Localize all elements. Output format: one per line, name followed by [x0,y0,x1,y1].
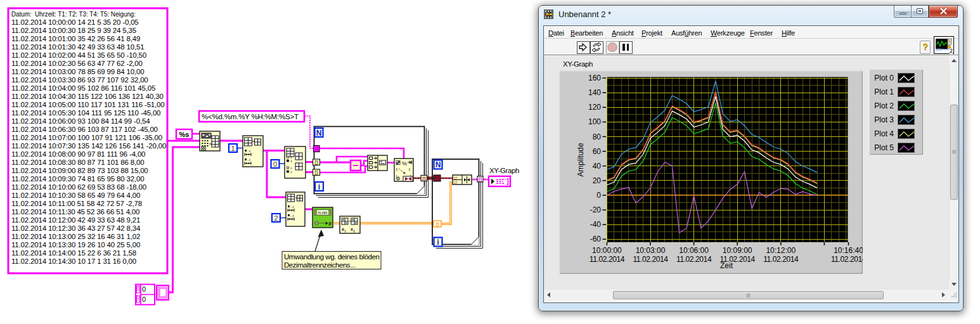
svg-text:11.02.2014 10:03:00 78 85 69 9: 11.02.2014 10:03:00 78 85 69 99 84 10,00 [11,68,144,75]
svg-text:XY-Graph: XY-Graph [489,167,519,174]
svg-text:11.02.2014 10:13:30 19 26 10 4: 11.02.2014 10:13:30 19 26 10 40 25 5,00 [11,241,140,249]
svg-text:Datum: Uhrzeit: T1: T2: T3: T: Datum: Uhrzeit: T1: T2: T3: T4: T5: Neig… [11,10,136,18]
svg-text:..t: ..t [247,158,250,162]
svg-text:11.02.2014 10:13:00 25 32 16 4: 11.02.2014 10:13:00 25 32 16 46 31 1,02 [11,233,140,240]
svg-text:-20: -20 [590,205,602,214]
svg-text:11.02.2014 10:07:30 135 142 12: 11.02.2014 10:07:30 135 142 126 156 141 … [11,142,166,150]
svg-text:11.02.2014 10:00:00 14 21 5 35: 11.02.2014 10:00:00 14 21 5 35 20 -0,05 [11,18,139,26]
svg-text:x: x [342,227,344,231]
svg-text:120: 120 [588,103,601,112]
svg-text:Umwandlung wg. deines blöden: Umwandlung wg. deines blöden [284,253,379,261]
svg-text:11.02.2014 10:12:00 42 49 33 6: 11.02.2014 10:12:00 42 49 33 63 48 9,21 [11,216,140,224]
svg-text:i: i [318,183,320,191]
svg-text:11.02.2014 10:08:30 80 87 71 1: 11.02.2014 10:08:30 80 87 71 101 86 8,00 [11,159,144,166]
svg-text:11.02.2014 10:00:30 18 25 9 39: 11.02.2014 10:00:30 18 25 9 39 24 5,35 [11,27,136,34]
svg-text:140: 140 [588,88,601,97]
svg-text:11.02.2014 10:02:30 56 63 47 7: 11.02.2014 10:02:30 56 63 47 77 62 -2,00 [11,60,143,67]
svg-text:11.02.2014 10:02:00 44 51 35 6: 11.02.2014 10:02:00 44 51 35 65 50 -10,5… [11,51,146,59]
svg-text:%<%d.%m.%Y %H:%M:%S>T: %<%d.%m.%Y %H:%M:%S>T [202,113,299,120]
svg-text:x: x [351,227,353,231]
svg-text:-60: -60 [590,235,602,243]
svg-text:11.02.2014 10:11:00 51 58 42 7: 11.02.2014 10:11:00 51 58 42 72 57 -2,78 [11,200,142,207]
svg-text:160: 160 [588,74,601,82]
svg-text:11.02.2014 10:14:00 15 22 6 36: 11.02.2014 10:14:00 15 22 6 36 21 1,58 [11,249,136,257]
svg-text:10:09:00: 10:09:00 [723,246,752,255]
svg-text:[]: [] [315,159,318,165]
svg-text:11.02.2014 10:06:00 93 100 84: 11.02.2014 10:06:00 93 100 84 114 99 -0,… [11,117,150,125]
svg-text:20: 20 [593,176,602,185]
svg-text:11.02.2014 10:08:00 90 97 81 1: 11.02.2014 10:08:00 90 97 81 111 96 -4,0… [11,150,145,158]
svg-text:Zeit: Zeit [720,261,733,270]
svg-text:..t: ..t [291,214,294,217]
svg-text:t: t [409,167,410,172]
svg-text:0: 0 [273,160,277,168]
svg-text:80: 80 [593,133,602,141]
svg-text:[]: [] [479,176,482,182]
svg-text:10:03:00: 10:03:00 [636,246,666,255]
svg-text:2: 2 [274,214,278,222]
svg-text:40: 40 [593,162,602,171]
svg-text:n.nn: n.nn [318,210,328,216]
svg-text:11.02.2014 10:14:30 10 17 1 31: 11.02.2014 10:14:30 10 17 1 31 16 0,00 [11,257,136,265]
svg-text:0: 0 [142,295,146,303]
svg-text:1: 1 [231,145,235,152]
svg-text:.t: .t [290,159,292,163]
svg-text:11.02.2014 10:03:30 86 93 77 1: 11.02.2014 10:03:30 86 93 77 107 92 32,0… [11,76,148,84]
svg-text:10:00:00: 10:00:00 [592,246,622,255]
svg-text:11.02.2014 10:01:30 42 49 33 6: 11.02.2014 10:01:30 42 49 33 63 48 10,51 [11,43,144,51]
svg-text:11.02.2014: 11.02.2014 [633,255,668,264]
svg-text:11.02.2014 10:10:00 62 69 53 8: 11.02.2014 10:10:00 62 69 53 83 68 -18,0… [11,183,146,191]
svg-text:0: 0 [142,285,146,293]
svg-text:%: % [402,160,407,167]
svg-text:60: 60 [593,147,602,156]
svg-text:10:16:40: 10:16:40 [834,246,863,255]
svg-text:..t: ..t [291,205,294,209]
svg-text:11.02.2014 10:07:00 100 107 91: 11.02.2014 10:07:00 100 107 91 121 106 -… [11,134,162,141]
svg-text:Dezimaltrennzeichens...: Dezimaltrennzeichens... [284,261,356,269]
svg-text:11.02.2014 10:05:30 104 111 95: 11.02.2014 10:05:30 104 111 95 125 110 -… [11,109,160,117]
svg-text:11.02.2014: 11.02.2014 [590,255,625,264]
svg-text:t: t [396,167,397,172]
svg-text:11.02.2014 10:06:30 96 103 87: 11.02.2014 10:06:30 96 103 87 117 102 -4… [11,126,158,133]
svg-text:0: 0 [596,191,601,200]
svg-text:11.02.2014 10:04:30 115 122 10: 11.02.2014 10:04:30 115 122 106 136 121 … [11,93,164,100]
svg-text:10:12:00: 10:12:00 [766,246,796,255]
svg-text:-40: -40 [590,220,602,229]
svg-text:11.02.2014 10:10:30 58 65 49 7: 11.02.2014 10:10:30 58 65 49 79 64 4,00 [11,191,140,199]
svg-text:11.02.2014 10:04:00 95 102 86: 11.02.2014 10:04:00 95 102 86 116 101 45… [11,84,155,92]
svg-text:11.02.2014 10:11:30 45 52 36 6: 11.02.2014 10:11:30 45 52 36 66 51 4,00 [11,208,139,216]
svg-text:11.02.2014 10:12:30 36 43 27 5: 11.02.2014 10:12:30 36 43 27 57 42 8,34 [11,224,141,232]
svg-text:#: # [328,221,332,227]
svg-text:[]: [] [315,169,318,175]
svg-text:11.02.2014 10:05:00 110 117 10: 11.02.2014 10:05:00 110 117 101 131 116 … [11,101,165,108]
svg-text:.t: .t [290,170,292,174]
svg-text:11.02.2014: 11.02.2014 [831,255,863,264]
svg-text:i: i [437,238,439,247]
svg-text:Amplitude: Amplitude [576,143,585,177]
svg-text:10:06:00: 10:06:00 [679,246,709,255]
svg-text:11.02.2014: 11.02.2014 [763,255,799,264]
svg-text:ij: ij [354,229,355,233]
svg-text:11.02.2014 10:09:00 82 89 73 1: 11.02.2014 10:09:00 82 89 73 103 88 15,0… [11,167,148,174]
svg-text:[]: [] [436,221,439,227]
svg-text:11.02.2014 10:01:00 35 42 26 5: 11.02.2014 10:01:00 35 42 26 56 41 8,49 [11,35,140,42]
svg-text:11.02.2014: 11.02.2014 [676,255,712,264]
svg-text:100: 100 [588,117,601,126]
svg-text:N: N [316,129,322,138]
svg-text:c): c) [454,180,457,185]
svg-text:%s: %s [179,131,190,138]
svg-text:N: N [435,160,441,169]
svg-text:ij: ij [345,229,346,233]
svg-text:..t: ..t [247,149,250,153]
svg-text:[]: [] [422,176,425,181]
svg-text:11.02.2014 10:09:30 74 81 65 9: 11.02.2014 10:09:30 74 81 65 95 80 32,00 [11,175,144,183]
